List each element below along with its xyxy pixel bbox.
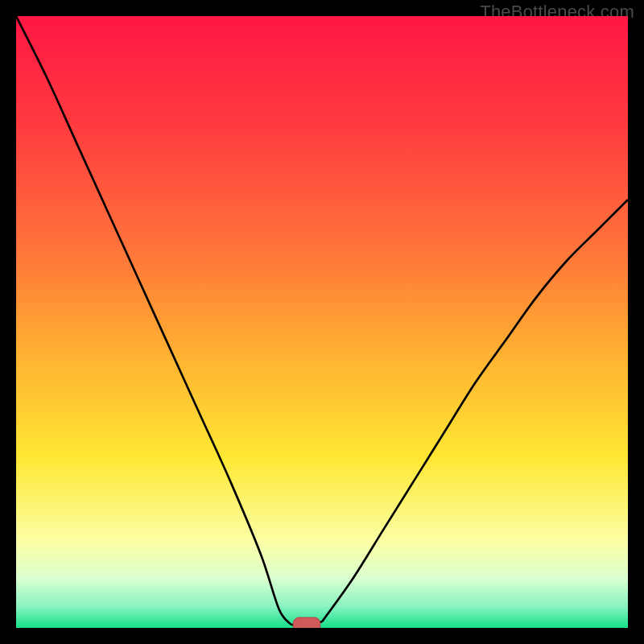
chart-plot-area [16, 16, 628, 628]
optimum-marker [293, 617, 320, 628]
outer-frame: TheBottleneck.com [0, 0, 644, 644]
chart-svg [16, 16, 628, 628]
gradient-background [16, 16, 628, 628]
